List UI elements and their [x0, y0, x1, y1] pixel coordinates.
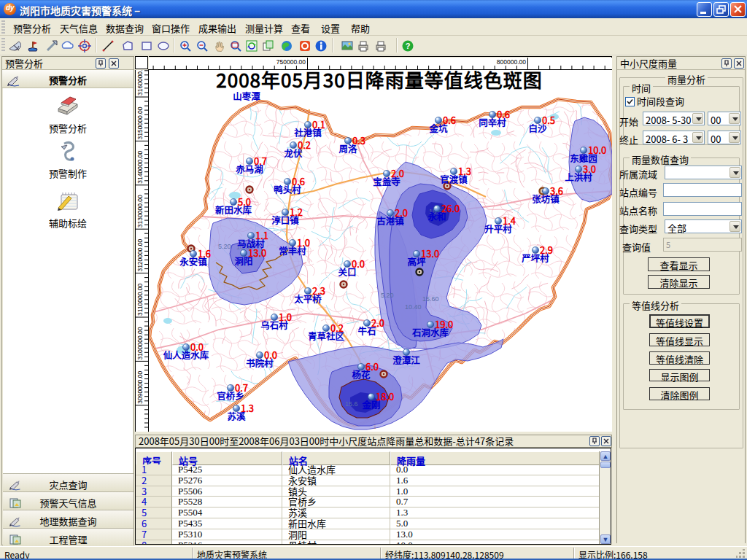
svg-text:杨花: 杨花 [352, 368, 371, 381]
svg-text:洞阳: 洞阳 [234, 254, 252, 268]
svg-text:15.60: 15.60 [422, 295, 439, 303]
svg-text:新田水库: 新田水库 [215, 203, 252, 217]
svg-text:乌石村: 乌石村 [260, 318, 288, 332]
svg-text:常丰村: 常丰村 [279, 244, 306, 257]
svg-text:3150000.00: 3150000.00 [136, 106, 144, 139]
svg-text:牛石: 牛石 [357, 324, 376, 338]
svg-text:3130000.00: 3130000.00 [136, 195, 144, 228]
svg-text:3160000.00: 3160000.00 [136, 70, 144, 96]
svg-text:宝盖寺: 宝盖寺 [373, 174, 400, 188]
svg-text:澄潭江: 澄潭江 [392, 353, 420, 367]
svg-text:上洪村: 上洪村 [565, 170, 592, 184]
svg-text:3110000.00: 3110000.00 [136, 283, 144, 316]
svg-text:升平村: 升平村 [484, 222, 512, 236]
svg-text:苏溪: 苏溪 [227, 409, 246, 423]
svg-text:张坊镇: 张坊镇 [532, 192, 560, 206]
svg-text:750000.00: 750000.00 [276, 58, 306, 66]
svg-text:3140000.00: 3140000.00 [136, 151, 144, 184]
svg-text:5.20: 5.20 [218, 243, 231, 250]
svg-text:3100000.00: 3100000.00 [136, 327, 144, 359]
svg-text:高坪: 高坪 [407, 254, 426, 268]
svg-text:3090000.00: 3090000.00 [136, 371, 144, 404]
svg-text:2008年05月30日降雨量等值线色斑图: 2008年05月30日降雨量等值线色斑图 [216, 70, 542, 93]
svg-text:淳口镇: 淳口镇 [271, 213, 299, 227]
svg-text:白沙: 白沙 [528, 121, 547, 135]
svg-text:古港镇: 古港镇 [376, 214, 404, 228]
svg-text:5.20: 5.20 [381, 292, 394, 299]
svg-text:金刚: 金刚 [361, 397, 380, 411]
svg-text:?: ? [406, 42, 411, 50]
svg-text:3120000.00: 3120000.00 [136, 238, 144, 271]
svg-text:10.40: 10.40 [405, 303, 422, 311]
svg-text:关口: 关口 [338, 265, 356, 279]
svg-text:周洛: 周洛 [338, 141, 357, 155]
svg-text:15.6: 15.6 [345, 400, 358, 408]
svg-text:鸭头村: 鸭头村 [274, 182, 301, 196]
svg-text:仙人造水库: 仙人造水库 [163, 348, 209, 362]
svg-text:同辛村: 同辛村 [479, 115, 506, 129]
svg-text:青草社区: 青草社区 [308, 329, 345, 343]
svg-text:书院村: 书院村 [246, 356, 274, 370]
svg-text:永安镇: 永安镇 [179, 254, 207, 268]
svg-text:石洞水库: 石洞水库 [411, 325, 449, 339]
svg-text:金坑: 金坑 [428, 121, 448, 135]
svg-text:800000.00: 800000.00 [497, 58, 526, 66]
svg-text:永和: 永和 [427, 209, 446, 223]
svg-text:严坪村: 严坪村 [521, 251, 549, 265]
svg-text:太平桥: 太平桥 [294, 292, 322, 306]
svg-text:龙伏: 龙伏 [283, 146, 303, 160]
svg-text:官渡镇: 官渡镇 [440, 172, 468, 186]
svg-text:赤马湖: 赤马湖 [236, 162, 263, 176]
